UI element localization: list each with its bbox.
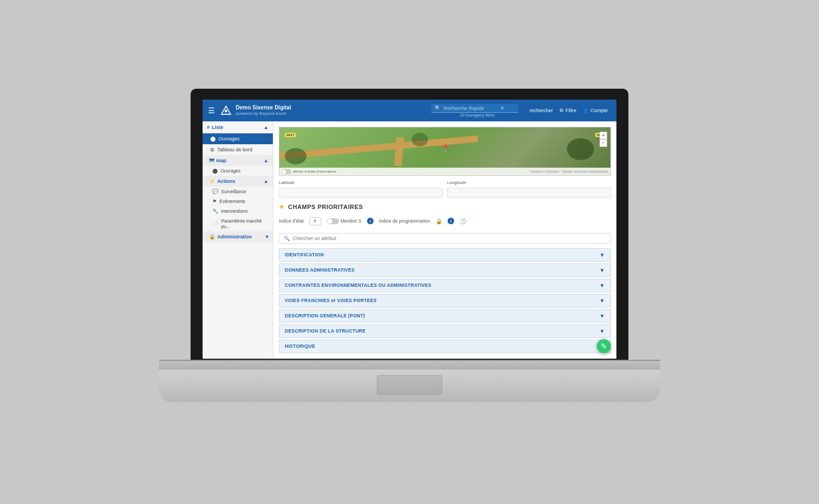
flag-icon: ⚑ — [212, 199, 217, 204]
map-bottom-bar: afficher la boîte d'informations Conditi… — [279, 168, 610, 175]
accordion-label-description-structure: DESCRIPTION DE LA STRUCTURE — [285, 328, 366, 334]
accordion-arrow-5: ▼ — [600, 328, 605, 334]
accordion-header-description-structure[interactable]: DESCRIPTION DE LA STRUCTURE ▼ — [279, 325, 610, 337]
circle-map-icon: ⬤ — [212, 168, 218, 174]
search-attribute-input[interactable] — [293, 236, 606, 241]
map-road-vertical — [394, 137, 405, 166]
priority-fields-row: Indice d'état ▼ Mention S i Indice de pr… — [279, 215, 611, 228]
accordion-label-identification: IDENTIFICATION — [285, 252, 324, 257]
accordion-item-description-generale: DESCRIPTION GENERALE (PONT) ▼ — [279, 309, 611, 323]
map-toggle[interactable]: afficher la boîte d'informations — [282, 169, 337, 174]
accordion-item-contraintes: CONTRAINTES ENVIRONNEMENTALES OU ADMINIS… — [279, 279, 611, 292]
sidebar-admin-label: Administration — [217, 234, 252, 239]
search-attribute-row[interactable]: 🔍 — [279, 233, 611, 244]
sidebar: # Liste ▲ ⬤ Ouvrages ⊞ Tableau de bord — [203, 121, 273, 359]
accordion-item-voies: VOIES FRANCHIES et VOIES PORTEES ▼ — [279, 294, 611, 308]
info-icon-2[interactable]: i — [448, 218, 454, 224]
sidebar-interventions[interactable]: 🔧 Interventions — [203, 206, 273, 216]
accordion-label-description-generale: DESCRIPTION GENERALE (PONT) — [285, 313, 365, 318]
search-clear-icon[interactable]: ✕ — [500, 105, 504, 111]
coordinates-row: Latitude Longitude — [279, 180, 611, 198]
sidebar-map-label: map — [216, 158, 227, 163]
content-area: D617 D617 📍 + − — [273, 121, 616, 359]
sidebar-map-ouvrages[interactable]: ⬤ Ouvrages — [203, 166, 273, 176]
longitude-label: Longitude — [447, 180, 611, 185]
accordion-item-donnees: DONNEES ADMINISTRATIVES ▼ — [279, 263, 611, 277]
map-zoom-controls: + − — [600, 132, 607, 147]
sidebar-map-ouvrages-label: Ouvrages — [221, 168, 241, 174]
search-input[interactable] — [443, 106, 498, 111]
longitude-field: Longitude — [447, 180, 611, 198]
accordion-label-voies: VOIES FRANCHIES et VOIES PORTEES — [285, 298, 377, 303]
latitude-input[interactable] — [279, 188, 443, 198]
accordion-header-donnees[interactable]: DONNEES ADMINISTRATIVES ▼ — [279, 264, 610, 276]
sidebar-interventions-label: Interventions — [221, 208, 248, 214]
accordion-label-historique: HISTORIQUE — [285, 343, 315, 349]
header-subtitle: powered by Beyond Asset — [236, 111, 291, 116]
accordion-header-identification[interactable]: IDENTIFICATION ▼ — [279, 249, 610, 261]
sidebar-surveillance-label: Surveillance — [221, 189, 246, 194]
account-icon: 👤 — [583, 108, 589, 113]
info-icon-1[interactable]: i — [367, 218, 374, 224]
accordion-arrow-2: ▼ — [600, 282, 605, 288]
priority-header: ★ CHAMPS PRIORITAIRES — [279, 203, 611, 211]
sidebar-liste-label: Liste — [212, 125, 223, 130]
sidebar-item-ouvrages[interactable]: ⬤ Ouvrages — [203, 133, 273, 144]
mention-s-toggle[interactable] — [327, 218, 339, 224]
accordion-item-description-structure: DESCRIPTION DE LA STRUCTURE ▼ — [279, 324, 611, 338]
zoom-in-button[interactable]: + — [600, 132, 607, 139]
accordion-header-contraintes[interactable]: CONTRAINTES ENVIRONNEMENTALES OU ADMINIS… — [279, 279, 610, 292]
actions-chevron-up-icon: ▲ — [264, 179, 268, 184]
signal-link[interactable]: Signaler une erreur cartographique — [562, 170, 608, 173]
sidebar-section-map[interactable]: 🗺 map ▲ — [203, 155, 273, 166]
sidebar-section-admin[interactable]: 🔒 Administration ▾ — [203, 231, 273, 242]
map-label-d617-left: D617 — [285, 133, 296, 137]
longitude-input[interactable] — [447, 188, 611, 198]
sidebar-parametres-label: Paramètres marché pu... — [221, 218, 268, 229]
accordion-list: IDENTIFICATION ▼ DONNEES ADMINISTRATIVES… — [279, 248, 611, 353]
admin-chevron-icon: ▾ — [266, 234, 268, 239]
filter-button[interactable]: ⚙ Filtre — [559, 108, 576, 113]
header-title-block: Demo Sixense Digital powered by Beyond A… — [236, 105, 291, 116]
accordion-header-description-generale[interactable]: DESCRIPTION GENERALE (PONT) ▼ — [279, 310, 610, 322]
fab-edit-button[interactable]: ✎ — [597, 339, 611, 353]
search-icon: 🔍 — [435, 105, 441, 111]
filter-count: 20 Ouvrage(s) filtrés — [460, 113, 494, 117]
menu-icon[interactable]: ☰ — [208, 106, 215, 115]
accordion-arrow-1: ▼ — [600, 267, 605, 273]
history-icon: 🕐 — [460, 218, 466, 224]
indice-etat-dropdown[interactable]: ▼ — [309, 217, 321, 225]
hash-icon: # — [207, 125, 210, 130]
sidebar-section-liste[interactable]: # Liste ▲ — [203, 121, 273, 133]
doc-icon: 📄 — [212, 221, 218, 226]
account-button[interactable]: 👤 Compte — [583, 108, 608, 113]
accordion-header-historique[interactable]: HISTORIQUE ▼ — [279, 340, 610, 353]
bolt-icon: ⚡ — [209, 179, 215, 184]
sidebar-item-tableau[interactable]: ⊞ Tableau de bord — [203, 144, 273, 155]
latitude-field: Latitude — [279, 180, 443, 198]
priority-title: CHAMPS PRIORITAIRES — [288, 204, 363, 210]
sidebar-actions-label: Actions — [217, 179, 235, 184]
search-btn-label: rechercher — [529, 108, 553, 113]
map-icon: 🗺 — [209, 158, 214, 163]
account-label: Compte — [590, 108, 608, 113]
sidebar-tableau-label: Tableau de bord — [217, 147, 253, 152]
circle-icon: ⬤ — [210, 136, 216, 142]
toggle-switch[interactable] — [282, 169, 291, 174]
map-info-links: Conditions d'utilisation Signaler une er… — [530, 170, 608, 173]
map-pin: 📍 — [441, 144, 450, 152]
search-button[interactable]: rechercher — [529, 108, 553, 113]
conditions-link[interactable]: Conditions d'utilisation — [530, 170, 560, 173]
sidebar-surveillance[interactable]: 💬 Surveillance — [203, 187, 273, 196]
filter-label: Filtre — [565, 108, 576, 113]
accordion-header-voies[interactable]: VOIES FRANCHIES et VOIES PORTEES ▼ — [279, 294, 610, 307]
sidebar-section-actions[interactable]: ⚡ Actions ▲ — [203, 176, 273, 187]
accordion-arrow-4: ▼ — [600, 313, 605, 319]
toggle-label: afficher la boîte d'informations — [293, 170, 337, 173]
lock-icon-prog: 🔒 — [436, 218, 442, 224]
accordion-arrow-0: ▼ — [600, 252, 605, 258]
zoom-out-button[interactable]: − — [600, 139, 607, 147]
sidebar-evenements[interactable]: ⚑ Évènements — [203, 196, 273, 206]
search-bar[interactable]: 🔍 ✕ — [431, 104, 518, 113]
sidebar-parametres[interactable]: 📄 Paramètres marché pu... — [203, 216, 273, 231]
